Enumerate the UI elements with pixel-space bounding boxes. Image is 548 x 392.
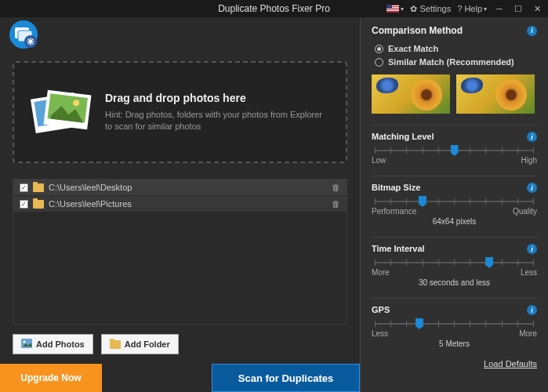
gps-label: GPS bbox=[372, 305, 390, 315]
time-interval-label: Time Interval bbox=[372, 244, 425, 254]
matching-level-slider[interactable] bbox=[375, 150, 534, 151]
gps-slider[interactable] bbox=[375, 323, 534, 325]
svg-rect-4 bbox=[387, 10, 399, 11]
dropzone-title: Drag and drop photos here bbox=[105, 92, 332, 104]
folder-path: C:\Users\leel\Pictures bbox=[49, 199, 327, 209]
info-icon[interactable]: i bbox=[527, 305, 537, 315]
scan-button[interactable]: Scan for Duplicates bbox=[212, 364, 360, 392]
bitmap-size-label: Bitmap Size bbox=[372, 183, 420, 193]
app-logo-icon bbox=[8, 19, 39, 52]
settings-link[interactable]: ✿ Settings bbox=[410, 4, 451, 14]
upgrade-button[interactable]: Upgrade Now bbox=[0, 364, 102, 392]
help-link[interactable]: ? Help ▾ bbox=[457, 4, 487, 13]
load-defaults-link[interactable]: Load Defaults bbox=[372, 359, 537, 368]
photo-icon bbox=[21, 339, 32, 350]
checkbox-icon[interactable]: ✓ bbox=[20, 183, 28, 192]
titlebar: Duplicate Photos Fixer Pro ▾ ✿ Settings … bbox=[0, 0, 548, 17]
preview-thumb bbox=[456, 74, 535, 114]
preview-thumb bbox=[372, 74, 450, 114]
bitmap-size-slider[interactable] bbox=[375, 201, 534, 202]
info-icon[interactable]: i bbox=[527, 26, 537, 36]
close-button[interactable]: ✕ bbox=[531, 3, 543, 14]
folder-row[interactable]: ✓ C:\Users\leel\Desktop 🗑 bbox=[13, 180, 347, 196]
info-icon[interactable]: i bbox=[527, 183, 537, 193]
maximize-button[interactable]: ☐ bbox=[512, 3, 524, 14]
slider-thumb[interactable] bbox=[485, 257, 493, 268]
folder-list: ✓ C:\Users\leel\Desktop 🗑 ✓ C:\Users\lee… bbox=[13, 179, 347, 325]
delete-icon[interactable]: 🗑 bbox=[332, 199, 340, 209]
radio-similar-match[interactable]: Similar Match (Recommended) bbox=[375, 57, 537, 67]
radio-exact-match[interactable]: Exact Match bbox=[375, 44, 537, 53]
lang-flag-icon[interactable]: ▾ bbox=[387, 5, 404, 13]
folder-path: C:\Users\leel\Desktop bbox=[49, 183, 327, 192]
minimize-button[interactable]: ─ bbox=[493, 3, 506, 14]
slider-thumb[interactable] bbox=[451, 145, 459, 156]
time-interval-slider[interactable] bbox=[375, 262, 534, 263]
gear-icon: ✿ bbox=[410, 4, 417, 14]
folder-icon bbox=[33, 200, 44, 209]
svg-rect-3 bbox=[387, 9, 399, 9]
dropzone-hint: Hint: Drag photos, folders with your pho… bbox=[105, 109, 332, 133]
add-folder-button[interactable]: Add Folder bbox=[101, 334, 179, 354]
slider-thumb[interactable] bbox=[419, 196, 426, 207]
checkbox-icon[interactable]: ✓ bbox=[20, 200, 28, 209]
folder-row[interactable]: ✓ C:\Users\leel\Pictures 🗑 bbox=[13, 196, 347, 212]
info-icon[interactable]: i bbox=[527, 244, 537, 254]
folder-icon bbox=[33, 183, 44, 192]
folder-icon bbox=[110, 340, 121, 349]
add-photos-button[interactable]: Add Photos bbox=[13, 334, 93, 354]
matching-level-label: Matching Level bbox=[372, 132, 434, 142]
delete-icon[interactable]: 🗑 bbox=[332, 183, 340, 192]
photos-icon bbox=[28, 85, 93, 140]
settings-panel: Comparison Method i Exact Match Similar … bbox=[360, 17, 548, 392]
slider-thumb[interactable] bbox=[416, 318, 423, 329]
info-icon[interactable]: i bbox=[527, 132, 537, 142]
comparison-title: Comparison Method bbox=[372, 25, 463, 36]
svg-rect-5 bbox=[387, 5, 392, 9]
dropzone[interactable]: Drag and drop photos here Hint: Drag pho… bbox=[13, 61, 347, 163]
svg-point-17 bbox=[24, 341, 26, 343]
